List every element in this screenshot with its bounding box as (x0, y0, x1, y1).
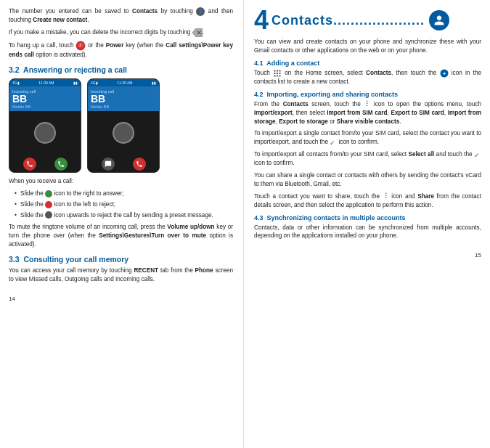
bullet-reject: Slide the icon to the left to reject; (15, 200, 233, 209)
page-num-right: 15 (475, 252, 481, 258)
intro-paragraph-1: The number you entered can be saved to C… (9, 7, 233, 25)
phone-body-1 (9, 111, 81, 155)
share-visible-bold: Share visible contacts (337, 118, 399, 125)
mute-p: To mute the ringtone volume of an incomi… (9, 223, 233, 249)
share-bold: Share (417, 193, 434, 200)
select-all-bold: Select all (409, 151, 435, 158)
left-column: The number you entered can be saved to C… (0, 0, 244, 448)
phone-body-2 (88, 111, 159, 155)
chapter-number: 4 (254, 7, 269, 33)
contacts-bold: Contacts (132, 8, 158, 15)
section-3-3-title: 3.3 Consulting your call memory (9, 255, 233, 264)
caller-name-2: BB (91, 94, 156, 105)
phone-bold: Phone (195, 267, 213, 274)
caller-photo-1 (34, 122, 56, 144)
section-4-1-label: Adding a contact (266, 60, 319, 67)
section-3-2-num: 3.2 (9, 65, 20, 74)
section-4-1-num: 4.1 (254, 60, 264, 67)
intro-paragraph-2: If you make a mistake, you can delete th… (9, 28, 233, 37)
phone-call-area-2: Incoming call BB Mobile BB (88, 86, 159, 111)
svg-text:+: + (442, 70, 446, 76)
svg-text:✆: ✆ (78, 43, 83, 48)
when-receive-p: When you receive a call: (9, 177, 233, 186)
svg-rect-15 (279, 75, 281, 76)
reject-button-2 (133, 158, 146, 171)
contacts-chapter-icon (429, 10, 449, 30)
status-battery-1: ▮▮ (73, 81, 78, 85)
volume-bold: Volume up/down (167, 224, 214, 230)
contacts-add-icon: 👤 (196, 7, 205, 16)
grid-menu-icon (273, 69, 282, 78)
svg-rect-7 (274, 70, 276, 71)
section-4-2-title: 4.2 Importing, exporting and sharing con… (254, 91, 481, 98)
svg-marker-2 (192, 28, 203, 37)
svg-rect-9 (279, 70, 281, 71)
svg-rect-12 (279, 73, 281, 74)
power-key-bold: Power (106, 42, 124, 49)
section-4-2-label: Importing, exporting and sharing contact… (267, 91, 399, 98)
hangup-icon: ✆ (75, 41, 86, 51)
status-battery-2: ▮▮ (152, 81, 156, 85)
preset-slide-icon (45, 211, 52, 219)
bullet-answer: Slide the icon to the right to answer; (15, 190, 233, 198)
svg-rect-13 (274, 75, 276, 76)
status-time-1: 11:39 AM (38, 81, 54, 85)
svg-text:👤: 👤 (198, 9, 204, 15)
phone-status-bar-2: 4G▮ 11:39 AM ▮▮ (88, 79, 159, 86)
reject-button-1 (23, 158, 36, 171)
caller-photo-2 (113, 122, 134, 144)
recent-bold: RECENT (134, 267, 158, 274)
bullet-preset: Slide the icon upwards to reject the cal… (15, 211, 233, 220)
section-4-3-title: 4.3 Synchronizing contacts in multiple a… (254, 214, 481, 221)
svg-rect-14 (277, 75, 278, 76)
status-time-2: 11:39 AM (117, 81, 132, 85)
chapter-intro: You can view and create contacts on your… (254, 38, 481, 55)
svg-rect-8 (277, 70, 278, 71)
phone-status-bar-1: 4G▮ 11:39 AM ▮▮ (9, 79, 81, 86)
export-sim-bold: Export to SIM card (391, 110, 444, 116)
share-dots-icon: ⋮ (383, 193, 389, 200)
import-p4: You can share a single contact or contac… (254, 171, 481, 189)
svg-rect-10 (274, 73, 276, 74)
svg-rect-11 (277, 73, 278, 74)
import-export-bold: Import/export (254, 110, 293, 116)
add-contact-icon: + (440, 69, 449, 78)
section-4-3-label: Synchronizing contacts in multiple accou… (267, 214, 406, 221)
phone-screen-reject: 4G▮ 11:39 AM ▮▮ Incoming call BB Mobile … (87, 78, 160, 173)
call-bullets: Slide the icon to the right to answer; S… (9, 190, 233, 220)
section-4-2-num: 4.2 (254, 91, 264, 98)
call-memory-p: You can access your call memory by touch… (9, 266, 233, 284)
phone-call-area-1: Incoming call BB Mobile BB (9, 86, 81, 111)
section-3-3-label: Consulting your call memory (23, 255, 128, 264)
contacts-bold-4-1: Contacts (366, 70, 391, 76)
page: The number you entered can be saved to C… (0, 0, 490, 448)
options-dots-icon: ⋮ (364, 101, 370, 107)
import-sim-bold: Import from SIM card (327, 110, 387, 116)
section-4-3-num: 4.3 (254, 214, 264, 221)
contacts-bold-from: Contacts (283, 101, 309, 107)
right-column: 4 Contacts..................... You can … (244, 0, 490, 448)
chapter-title: Contacts..................... (271, 13, 425, 28)
section-3-3-num: 3.3 (9, 255, 20, 264)
phone-actions-1 (9, 155, 81, 172)
phone-screen-answer: 4G▮ 11:39 AM ▮▮ Incoming call BB Mobile … (9, 78, 81, 173)
phone-actions-2 (88, 155, 159, 172)
caller-sub-2: Mobile BB (91, 105, 156, 109)
section-4-1-title: 4.1 Adding a contact (254, 60, 481, 67)
delete-icon (192, 28, 203, 37)
section-3-2-title: 3.2 Answering or rejecting a call (9, 65, 233, 74)
export-storage-bold: Export to storage (279, 118, 328, 125)
sync-p: Contacts, data or other information can … (254, 224, 481, 241)
intro-paragraph-3: To hang up a call, touch ✆ or the Power … (9, 41, 233, 60)
turn-over-bold: Settings\Gestures\Turn over to mute (99, 232, 206, 239)
import-p2: To import/export a single contact from/t… (254, 129, 481, 147)
status-signal-2: 4G▮ (91, 81, 98, 85)
message-button-2 (102, 158, 115, 171)
caller-sub-1: Mobile BB (12, 105, 78, 109)
answer-button-1 (54, 158, 68, 171)
check-icon-2: ✓ (474, 151, 481, 158)
adding-p: Touch on the Home screen, select Contact… (254, 69, 481, 86)
caller-name-1: BB (12, 94, 78, 105)
reject-slide-icon (45, 201, 52, 208)
import-p3: To import/export all contacts from/to yo… (254, 150, 481, 168)
